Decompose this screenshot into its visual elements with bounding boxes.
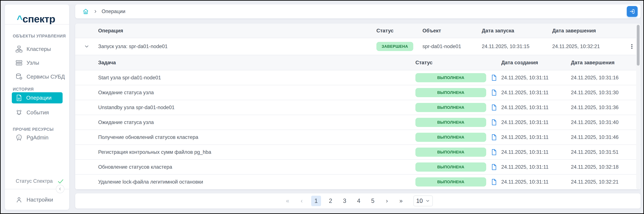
pagination-first-button[interactable]: « — [283, 196, 292, 206]
col-header-finished: Дата завершения — [552, 28, 627, 34]
table-scrollbar-thumb[interactable] — [637, 25, 640, 66]
sidebar-item-operations[interactable]: Операции — [12, 92, 62, 103]
task-created: 24.11.2025, 10:31:11 — [501, 105, 571, 110]
task-status-badge: ВЫПОЛНЕНА — [416, 148, 486, 157]
pagination-page-2[interactable]: 2 — [326, 196, 335, 206]
pagination-next-button[interactable]: › — [382, 196, 392, 206]
task-log-document-icon[interactable] — [490, 88, 498, 97]
sidebar-item-label: Кластеры — [26, 46, 51, 52]
pagination-bar: « ‹ 1 2 3 4 5 › » 10 — [75, 193, 640, 209]
login-arrow-icon — [629, 8, 635, 14]
task-log-document-icon[interactable] — [490, 133, 498, 142]
task-finished: 24.11.2025, 10:32:21 — [571, 179, 640, 185]
operations-table: Операция Статус Объект Дата запуска Дата… — [75, 23, 640, 190]
task-created: 24.11.2025, 10:31:11 — [501, 164, 571, 170]
sidebar-item-label: Сервисы СУБД — [26, 74, 65, 80]
task-log-document-icon[interactable] — [490, 103, 498, 112]
chevron-right-icon — [94, 9, 97, 13]
task-name: Ожидание статуса узла — [75, 90, 416, 96]
task-status-badge: ВЫПОЛНЕНА — [416, 88, 486, 97]
pagination-page-3[interactable]: 3 — [340, 196, 349, 206]
sidebar-item-label: Настройки — [26, 197, 53, 203]
task-name: Регистрация контрольных сумм файлов pg_h… — [75, 149, 416, 155]
col-header-task-status: Статус — [416, 60, 489, 66]
task-status-badge: ВЫПОЛНЕНА — [416, 177, 486, 187]
sidebar-item-label: Операции — [26, 95, 52, 101]
app-window: ^спектр ОБЪЕКТЫ УПРАВЛЕНИЯ Кластеры Узлы… — [0, 0, 644, 214]
task-row: Ожидание статуса узла ВЫПОЛНЕНА 24.11.20… — [75, 115, 640, 130]
task-finished: 24.11.2025, 10:32:18 — [571, 164, 640, 170]
page-size-select[interactable]: 10 — [414, 196, 433, 206]
task-log-document-icon[interactable] — [490, 163, 498, 172]
sidebar: ^спектр ОБЪЕКТЫ УПРАВЛЕНИЯ Кластеры Узлы… — [5, 4, 69, 210]
logo-text: спектр — [22, 13, 55, 24]
pagination-last-button[interactable]: » — [396, 196, 406, 206]
sidebar-item-label: PgAdmin — [26, 135, 48, 141]
task-finished: 24.11.2025, 10:31:46 — [571, 134, 640, 140]
task-name: Start узла spr-da01-node01 — [75, 75, 416, 81]
chevron-down-icon — [426, 199, 430, 203]
operations-icon — [16, 94, 22, 101]
table-scrollbar-track[interactable] — [636, 24, 640, 189]
task-name: Удаление lock-файла легитимной остановки — [75, 179, 416, 185]
task-status-badge: ВЫПОЛНЕНА — [416, 133, 486, 142]
page-size-value: 10 — [416, 198, 423, 204]
task-log-document-icon[interactable] — [490, 148, 498, 157]
tasks-table-header: Задача Статус Дата создания Дата заверше… — [75, 55, 640, 70]
task-status-badge: ВЫПОЛНЕНА — [416, 163, 486, 172]
sidebar-item-events[interactable]: События — [5, 108, 69, 117]
app-logo: ^спектр — [17, 13, 55, 25]
status-ok-check-icon — [57, 178, 64, 185]
task-log-document-icon[interactable] — [490, 177, 498, 187]
task-status-badge: ВЫПОЛНЕНА — [416, 103, 486, 112]
col-header-started: Дата запуска — [482, 28, 552, 34]
sidebar-item-label: События — [26, 109, 49, 116]
sidebar-item-settings[interactable]: Настройки — [5, 195, 69, 205]
home-icon[interactable] — [82, 8, 89, 14]
task-log-document-icon[interactable] — [490, 73, 498, 82]
sidebar-item-pgadmin[interactable]: PgAdmin — [5, 133, 69, 142]
events-bell-icon — [16, 109, 22, 116]
task-created: 24.11.2025, 10:31:11 — [501, 179, 571, 185]
breadcrumb: Операции — [75, 4, 640, 18]
task-created: 24.11.2025, 10:31:11 — [501, 90, 571, 96]
sidebar-item-label: Узлы — [26, 60, 39, 66]
pagination-page-1[interactable]: 1 — [311, 196, 321, 206]
sidebar-item-nodes[interactable]: Узлы — [5, 58, 69, 68]
sidebar-item-clusters[interactable]: Кластеры — [5, 44, 69, 54]
task-row: Ожидание статуса узла ВЫПОЛНЕНА 24.11.20… — [75, 85, 640, 100]
task-created: 24.11.2025, 10:31:11 — [501, 134, 571, 140]
task-finished: 24.11.2025, 10:31:40 — [571, 119, 640, 125]
col-header-task-finished: Дата завершения — [571, 60, 640, 66]
operation-row[interactable]: Запуск узла: spr-da01-node01 ЗАВЕРШЕНА s… — [75, 38, 640, 55]
operation-finished: 24.11.2025, 10:32:21 — [552, 43, 627, 49]
collapse-row-chevron-icon[interactable] — [75, 44, 98, 49]
col-header-object: Объект — [422, 28, 482, 34]
pagination-prev-button[interactable]: ‹ — [297, 196, 306, 206]
task-row: Регистрация контрольных сумм файлов pg_h… — [75, 145, 640, 160]
settings-person-icon — [16, 196, 22, 203]
sidebar-collapse-button[interactable] — [56, 185, 64, 193]
task-log-document-icon[interactable] — [490, 118, 498, 127]
row-actions-kebab-icon[interactable] — [628, 42, 636, 51]
operation-status-badge: ЗАВЕРШЕНА — [376, 42, 413, 51]
task-row: Обновление статусов кластера ВЫПОЛНЕНА 2… — [75, 160, 640, 175]
pagination-page-4[interactable]: 4 — [354, 196, 363, 206]
sidebar-section-history: ИСТОРИЯ — [13, 86, 34, 92]
sidebar-item-db-services[interactable]: Сервисы СУБД — [5, 72, 69, 81]
task-status-badge: ВЫПОЛНЕНА — [416, 73, 486, 82]
operation-name: Запуск узла: spr-da01-node01 — [98, 43, 376, 49]
task-row: Start узла spr-da01-node01 ВЫПОЛНЕНА 24.… — [75, 70, 640, 85]
nodes-icon — [16, 59, 22, 66]
task-created: 24.11.2025, 10:31:11 — [501, 75, 571, 81]
login-button[interactable] — [627, 6, 638, 17]
col-header-task-created: Дата создания — [501, 60, 571, 66]
sidebar-section-objects: ОБЪЕКТЫ УПРАВЛЕНИЯ — [13, 33, 66, 39]
task-finished: 24.11.2025, 10:31:36 — [571, 105, 640, 110]
task-row: Получение обновлений статусов кластера В… — [75, 130, 640, 145]
task-status-badge: ВЫПОЛНЕНА — [416, 118, 486, 127]
task-name: Получение обновлений статусов кластера — [75, 134, 416, 140]
pagination-page-5[interactable]: 5 — [368, 196, 378, 206]
sidebar-divider-top — [5, 24, 69, 24]
sidebar-section-other-resources: ПРОЧИЕ РЕСУРСЫ — [13, 126, 54, 133]
